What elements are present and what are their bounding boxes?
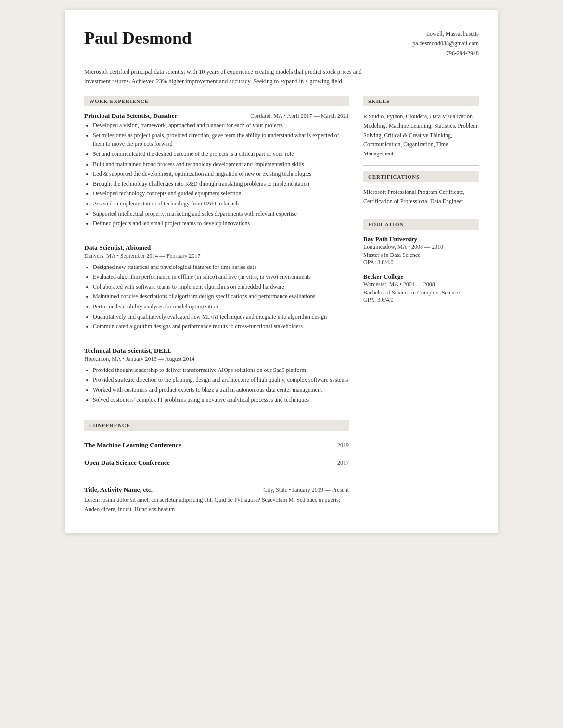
job-2: Data Scientist, Abiomed Danvers, MA • Se… bbox=[84, 244, 349, 331]
job-2-title: Data Scientist, Abiomed bbox=[84, 244, 151, 252]
location: Lowell, Massachusetts bbox=[412, 29, 479, 38]
list-item: Set and communicated the desired outcome… bbox=[93, 150, 349, 159]
side-divider-1 bbox=[363, 165, 479, 166]
list-item: Provided thought leadership to deliver t… bbox=[93, 366, 349, 375]
list-item: Defined projects and led small project t… bbox=[93, 219, 349, 228]
side-column: SKILLS R Studio, Python, Cloudera, Data … bbox=[363, 96, 479, 513]
resume-page: Paul Desmond Lowell, Massachusetts pa.de… bbox=[65, 10, 498, 533]
job-1: Principal Data Scientist, Danaher Cortla… bbox=[84, 112, 349, 228]
certifications-text: Microsoft Professional Program Certifica… bbox=[363, 188, 479, 206]
work-experience-header: WORK EXPERIENCE bbox=[84, 96, 349, 106]
list-item: Collaborated with software teams to impl… bbox=[93, 282, 349, 292]
job-3-sub: Hopkinton, MA • January 2013 — August 20… bbox=[84, 356, 349, 363]
job-3: Technical Data Scientist, DELL Hopkinton… bbox=[84, 347, 349, 404]
list-item: Set milestones as project goals, provide… bbox=[93, 131, 349, 149]
edu-1-degree: Master's in Data Science bbox=[363, 252, 479, 259]
conference-header: CONFERENCE bbox=[84, 420, 349, 431]
certifications-header: CERTIFICATIONS bbox=[363, 171, 479, 182]
list-item: Communicated algorithm designs and perfo… bbox=[93, 322, 349, 331]
phone: 796-294-2948 bbox=[412, 49, 479, 58]
edu-2-degree: Bachelor of Science in Computer Science bbox=[363, 289, 479, 296]
candidate-name: Paul Desmond bbox=[84, 29, 412, 48]
skills-header: SKILLS bbox=[363, 96, 479, 106]
list-item: Supported intellectual property, marketi… bbox=[93, 209, 349, 218]
list-item: Developed a vision, framework, approache… bbox=[93, 121, 349, 130]
conference-1-name: The Machine Learning Conference bbox=[84, 441, 181, 449]
email: pa.desmond038@gmail.com bbox=[412, 38, 479, 48]
list-item: Led & supported the development, optimiz… bbox=[93, 169, 349, 179]
activity-section: Title, Activity Name, etc. City, State •… bbox=[84, 479, 349, 513]
education-header: EDUCATION bbox=[363, 219, 479, 230]
edu-1-school: Bay Path University bbox=[363, 235, 479, 243]
conference-1-year: 2019 bbox=[337, 442, 349, 449]
list-item: Evaluated algorithm performance in offli… bbox=[93, 272, 349, 281]
job-1-location-date: Cortland, MA • April 2017 — March 2021 bbox=[250, 113, 349, 120]
list-item: Provided strategic direction to the plan… bbox=[93, 375, 349, 384]
header-right: Lowell, Massachusetts pa.desmond038@gmai… bbox=[412, 29, 479, 58]
edu-1-location-date: Longmeadow, MA • 2008 — 2010 bbox=[363, 243, 479, 251]
job-2-bullets: Designed new statistical and physiologic… bbox=[84, 263, 349, 331]
activity-title-row: Title, Activity Name, etc. City, State •… bbox=[84, 486, 349, 494]
job-2-sub: Danvers, MA • September 2014 — February … bbox=[84, 253, 349, 260]
main-column: WORK EXPERIENCE Principal Data Scientist… bbox=[84, 96, 349, 513]
list-item: Built and maintained broad process and t… bbox=[93, 160, 349, 169]
list-item: Designed new statistical and physiologic… bbox=[93, 263, 349, 272]
conference-2-name: Open Data Science Conference bbox=[84, 459, 170, 467]
skills-text: R Studio, Python, Cloudera, Data Visuali… bbox=[363, 112, 479, 158]
activity-description: Lorem ipsum dolor sit amet, consectetur … bbox=[84, 496, 349, 513]
edu-2-school: Becker College bbox=[363, 273, 479, 281]
job-3-title-row: Technical Data Scientist, DELL bbox=[84, 347, 349, 355]
job-1-title-row: Principal Data Scientist, Danaher Cortla… bbox=[84, 112, 349, 120]
job-1-title: Principal Data Scientist, Danaher bbox=[84, 112, 178, 120]
edu-2: Becker College Worcester, MA • 2004 — 20… bbox=[363, 273, 479, 304]
list-item: Developed technology concepts and guided… bbox=[93, 189, 349, 198]
list-item: Solved customers' complex IT problems us… bbox=[93, 396, 349, 405]
edu-2-gpa: GPA: 3.6/4.0 bbox=[363, 296, 479, 304]
list-item: Performed variability analyses for model… bbox=[93, 302, 349, 311]
list-item: Assisted in implementation of technology… bbox=[93, 199, 349, 208]
list-item: Quantitatively and qualitatively evaluat… bbox=[93, 312, 349, 321]
job-2-title-row: Data Scientist, Abiomed bbox=[84, 244, 349, 252]
job-3-title: Technical Data Scientist, DELL bbox=[84, 347, 172, 355]
divider-2 bbox=[84, 340, 349, 340]
header: Paul Desmond Lowell, Massachusetts pa.de… bbox=[84, 29, 479, 58]
divider-1 bbox=[84, 237, 349, 237]
two-col-layout: WORK EXPERIENCE Principal Data Scientist… bbox=[84, 96, 479, 513]
divider-3 bbox=[84, 413, 349, 413]
edu-1: Bay Path University Longmeadow, MA • 200… bbox=[363, 235, 479, 266]
list-item: Worked with customers and product expert… bbox=[93, 385, 349, 395]
conference-2-year: 2017 bbox=[337, 460, 349, 467]
job-3-bullets: Provided thought leadership to deliver t… bbox=[84, 366, 349, 404]
list-item: Brought the technology challenges into R… bbox=[93, 179, 349, 189]
side-divider-2 bbox=[363, 213, 479, 213]
divider-4 bbox=[84, 479, 349, 479]
activity-date: City, State • January 2019 — Present bbox=[263, 486, 349, 494]
activity-title: Title, Activity Name, etc. bbox=[84, 486, 153, 494]
conference-1: The Machine Learning Conference 2019 bbox=[84, 436, 349, 454]
header-left: Paul Desmond bbox=[84, 29, 412, 50]
edu-1-gpa: GPA: 3.8/4.0 bbox=[363, 259, 479, 266]
summary: Microsoft certified principal data scien… bbox=[84, 67, 383, 86]
conference-2: Open Data Science Conference 2017 bbox=[84, 454, 349, 472]
job-1-bullets: Developed a vision, framework, approache… bbox=[84, 121, 349, 228]
list-item: Maintained concise descriptions of algor… bbox=[93, 292, 349, 301]
edu-2-location-date: Worcester, MA • 2004 — 2008 bbox=[363, 281, 479, 288]
